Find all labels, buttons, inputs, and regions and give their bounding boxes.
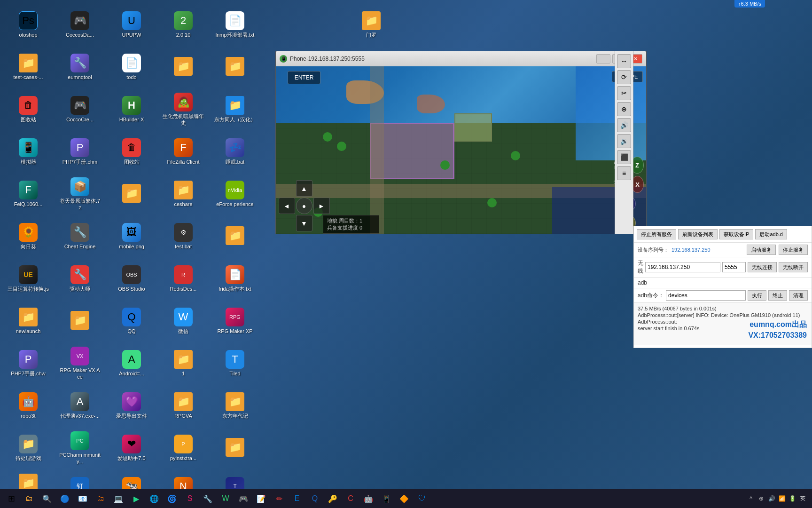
taskbar-icon-15[interactable]: 🔑: [324, 490, 341, 507]
icon-agent[interactable]: A 代理薄v37.exe-...: [56, 386, 103, 426]
taskbar-icon-13[interactable]: E: [289, 490, 305, 507]
icon-dongfang2[interactable]: 📁 东方年代记: [211, 386, 258, 426]
icon-pyinst[interactable]: P pyinstxtra...: [160, 428, 207, 468]
icon-pycharm[interactable]: PC PCCharm mmunity...: [56, 428, 103, 468]
side-btn-8[interactable]: ≡: [617, 166, 631, 180]
icon-sunflower[interactable]: 🌻 向日葵: [5, 216, 52, 256]
taskbar-icon-5[interactable]: 🌐: [146, 490, 163, 507]
icon-navicat[interactable]: N navicat: [160, 470, 207, 489]
icon-testbat[interactable]: ⚙ test.bat: [160, 216, 207, 256]
taskbar-icon-2[interactable]: 🗂: [92, 490, 109, 507]
icon-lnmp[interactable]: 📄 lnmp环境部署.txt: [211, 5, 258, 45]
taskbar-icon-10[interactable]: 🎮: [235, 490, 252, 507]
side-btn-3[interactable]: ✂: [617, 86, 631, 100]
icon-wechat[interactable]: W 微信: [160, 301, 207, 341]
taskbar-icon-1[interactable]: 📧: [74, 490, 91, 507]
icon-rpgvxace[interactable]: VX RPG Maker VX Ace: [56, 343, 103, 383]
icon-dingding[interactable]: 钉 钉钉: [56, 470, 103, 489]
tray-icon-3[interactable]: 🔊: [767, 494, 776, 503]
icon-folder3[interactable]: 📁: [211, 216, 258, 256]
side-btn-6[interactable]: 🔉: [617, 134, 631, 148]
adb-command-input[interactable]: [666, 290, 746, 301]
icon-tieba[interactable]: T Tieba_Spi...: [211, 470, 258, 489]
side-btn-1[interactable]: ↔: [617, 54, 631, 68]
minimize-button[interactable]: ─: [596, 54, 610, 64]
icon-trash[interactable]: 🗑 图收站: [5, 89, 52, 129]
icon-testcases[interactable]: 📁 test-cases-...: [5, 47, 52, 87]
icon-menlo[interactable]: 📁 门罗: [348, 5, 395, 45]
taskbar-icon-12[interactable]: ✏: [271, 490, 288, 507]
side-btn-2[interactable]: ⟳: [617, 70, 631, 84]
icon-dongfang[interactable]: 📁 东方同人（汉化）: [211, 89, 258, 129]
icon-empty1[interactable]: 📁: [160, 47, 207, 87]
icon-redis[interactable]: R RedisDes...: [160, 259, 207, 299]
taskbar-search[interactable]: 🔍: [39, 490, 55, 507]
tray-icon-5[interactable]: 🔋: [788, 494, 796, 503]
side-btn-4[interactable]: ⊕: [617, 102, 631, 116]
taskbar-icon-18[interactable]: 📱: [378, 490, 395, 507]
icon-sleep[interactable]: 💤 睡眠.bat: [211, 132, 258, 172]
icon-folder5[interactable]: 📁: [211, 428, 258, 468]
icon-cheat-engine[interactable]: 🔧 Cheat Engine: [56, 216, 103, 256]
icon-tiled[interactable]: T Tiled: [211, 343, 258, 383]
icon-simulator[interactable]: 📱 模拟器: [5, 132, 52, 172]
taskbar-icon-19[interactable]: 🔶: [396, 490, 413, 507]
icon-rpgxp[interactable]: RPG RPG Maker XP: [211, 301, 258, 341]
icon-php7chw[interactable]: P PHP7手册.chw: [5, 343, 52, 383]
stop-all-services-button[interactable]: 停止所有服务: [637, 229, 676, 239]
get-device-ip-button[interactable]: 获取设备IP: [719, 229, 753, 239]
icon-hbuilder[interactable]: H HBuilder X: [108, 89, 155, 129]
tray-icon-2[interactable]: ⊕: [757, 494, 765, 503]
icon-export[interactable]: 💜 爱思导出文件: [108, 386, 155, 426]
start-service-button[interactable]: 启动服务: [747, 245, 776, 255]
icon-cocosda[interactable]: 🎮 CoccosDa...: [56, 5, 103, 45]
taskbar-icon-20[interactable]: 🛡: [414, 490, 430, 507]
side-btn-7[interactable]: ⬛: [617, 150, 631, 164]
wireless-connect-button[interactable]: 无线连接: [748, 262, 777, 272]
tray-icon-4[interactable]: 📶: [778, 494, 786, 503]
icon-aisi[interactable]: ❤ 爱思助手7.0: [108, 428, 155, 468]
icon-robo3t[interactable]: 🤖 robo3t: [5, 386, 52, 426]
icon-ceshare[interactable]: 📁 ceshare: [160, 174, 207, 214]
icon-rpgva[interactable]: 📁 RPGVA: [160, 386, 207, 426]
taskbar-icon-14[interactable]: Q: [306, 490, 323, 507]
icon-pending-games[interactable]: 📁 待处理游戏: [5, 428, 52, 468]
icon-cangtian[interactable]: 📦 苍天景原版繁体.7z: [56, 174, 103, 214]
icon-nvidia[interactable]: nVidia eForce perience: [211, 174, 258, 214]
taskbar-icon-17[interactable]: 🤖: [360, 490, 377, 507]
wireless-ip-input[interactable]: [645, 262, 720, 272]
icon-feiq[interactable]: F FeiQ.1060...: [5, 174, 52, 214]
icon-filezilla[interactable]: F FileZilla Client: [160, 132, 207, 172]
icon-version[interactable]: 2 2.0.10: [160, 5, 207, 45]
icon-android[interactable]: A Android=...: [108, 343, 155, 383]
taskbar-file-explorer[interactable]: 🗂: [21, 490, 38, 507]
clock-area[interactable]: 英: [800, 495, 805, 501]
taskbar-icon-6[interactable]: 🌀: [164, 490, 180, 507]
icon-cocos-creator[interactable]: 🎮 CoccoCre...: [56, 89, 103, 129]
taskbar-icon-16[interactable]: C: [342, 490, 359, 507]
start-adb-button[interactable]: 启动adb.d: [755, 229, 787, 239]
icon-upupw[interactable]: U UPUPW: [108, 5, 155, 45]
icon-ue-converter[interactable]: UE 三目运算符转换.js: [5, 259, 52, 299]
taskbar-icon-11[interactable]: 📝: [253, 490, 270, 507]
icon-todo[interactable]: 📄 todo: [108, 47, 155, 87]
taskbar-cortana[interactable]: 🔵: [56, 490, 73, 507]
icon-frida[interactable]: 📄 frida操作本.txt: [211, 259, 258, 299]
icon-photoshop[interactable]: Ps otoshop: [5, 5, 52, 45]
icon-bio[interactable]: 🧟 生化危机暗黑编年史: [160, 89, 207, 129]
wireless-port-input[interactable]: [722, 262, 746, 272]
stop-button[interactable]: 终止: [768, 290, 787, 301]
icon-obs[interactable]: OBS OBS Studio: [108, 259, 155, 299]
icon-trash2[interactable]: 🗑 图收站: [108, 132, 155, 172]
icon-qianniu[interactable]: 🐄 千牛工作台: [108, 470, 155, 489]
icon-newlaunch[interactable]: 📁 newlaunch: [5, 301, 52, 341]
icon-ruike[interactable]: 📁 【端客论坛 www.ruike...: [5, 470, 52, 489]
taskbar-icon-4[interactable]: ▶: [128, 490, 145, 507]
taskbar-icon-3[interactable]: 💻: [110, 490, 127, 507]
wireless-disconnect-button[interactable]: 无线断开: [779, 262, 808, 272]
icon-eumnqtool[interactable]: 🔧 eumnqtool: [56, 47, 103, 87]
icon-folder-empty[interactable]: 📁: [108, 174, 155, 214]
icon-folder4[interactable]: 📁: [56, 301, 103, 341]
start-button[interactable]: ⊞: [2, 489, 21, 508]
side-btn-5[interactable]: 🔊: [617, 118, 631, 132]
